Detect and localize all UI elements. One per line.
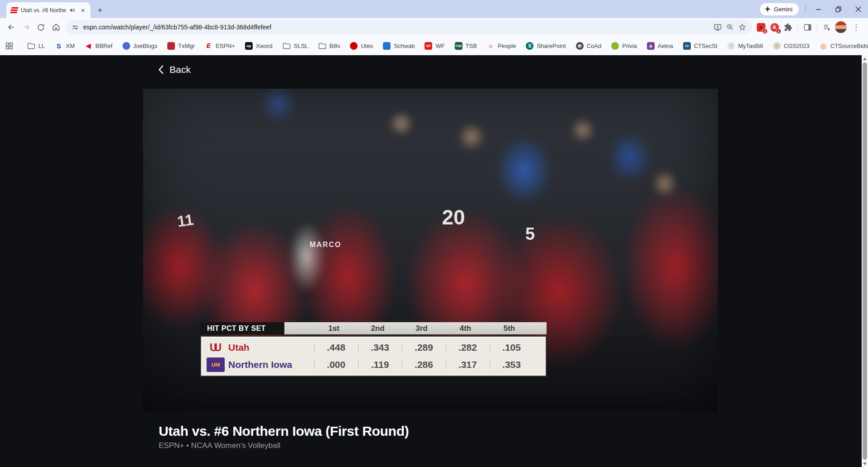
bookmark-label: CoAd xyxy=(587,43,602,49)
folder-icon xyxy=(318,43,326,49)
bookmark-xword[interactable]: wp Xword xyxy=(240,40,278,52)
address-bar[interactable]: espn.com/watch/player/_/id/63fcb755-af98… xyxy=(66,20,752,34)
bookmark-tsb[interactable]: TSB TSB xyxy=(450,40,482,52)
northern-iowa-logo: UNI xyxy=(207,357,225,372)
scrollbar[interactable] xyxy=(862,55,868,467)
chrome-menu-icon[interactable]: ⋮ xyxy=(849,23,863,32)
team-name: Utah xyxy=(228,342,314,353)
profile-avatar[interactable] xyxy=(835,21,847,33)
back-nav-button[interactable] xyxy=(4,20,19,35)
hit-pct-scoreboard: HIT PCT BY SET 1st 2nd 3rd 4th 5th UU Ut… xyxy=(200,322,547,376)
bookmark-bbref[interactable]: ◀ BBRef xyxy=(80,40,118,52)
bookmark-ctsecst[interactable]: Ct CTSecSt xyxy=(678,40,722,52)
forward-nav-button[interactable] xyxy=(19,20,33,35)
restore-button[interactable] xyxy=(828,0,848,18)
column-header: 2nd xyxy=(356,324,400,333)
espn-watch-page: Back 11 MARCO 20 5 HIT PCT BY SET 1st 2n… xyxy=(0,55,868,467)
new-tab-button[interactable]: + xyxy=(93,4,107,17)
people-favicon: ○ xyxy=(487,42,495,50)
gemini-label: Gemini xyxy=(774,6,793,13)
team-name: Northern Iowa xyxy=(228,359,314,370)
bookmark-label: XM xyxy=(66,43,75,49)
txmgr-favicon xyxy=(167,42,175,50)
reload-button[interactable] xyxy=(33,20,48,35)
bookmark-label: JoeBlogs xyxy=(133,43,157,49)
site-settings-icon[interactable] xyxy=(71,24,79,31)
chevron-left-icon xyxy=(158,65,165,75)
bookmark-utes[interactable]: Utes xyxy=(345,40,378,52)
media-controls-icon[interactable] xyxy=(821,22,832,33)
schwab-favicon xyxy=(383,42,391,50)
folder-icon xyxy=(27,43,35,49)
extension-avg-icon[interactable]: A 2 xyxy=(769,22,780,33)
bookmark-coad[interactable]: ⊕ CoAd xyxy=(571,40,607,52)
install-app-icon[interactable] xyxy=(713,23,722,32)
bookmark-mytaxbill[interactable]: ○ MyTaxBill xyxy=(722,40,768,52)
xword-favicon: wp xyxy=(245,42,253,50)
bookmark-label: CTSecSt xyxy=(694,43,717,49)
tab-audio-icon[interactable] xyxy=(69,7,76,14)
bookmark-label: CTSourceBids xyxy=(830,43,868,49)
gemini-button[interactable]: Gemini xyxy=(760,3,799,15)
utah-logo: UU xyxy=(207,340,225,355)
bookmark-ctsourcebids[interactable]: ◎ CTSourceBids xyxy=(815,40,868,52)
column-header: 4th xyxy=(443,324,487,333)
scroll-down-arrow[interactable] xyxy=(862,460,868,467)
bookmark-sharepoint[interactable]: S SharePoint xyxy=(521,40,571,52)
bookmark-aetna[interactable]: a Aetna xyxy=(642,40,678,52)
tsb-favicon: TSB xyxy=(455,42,462,50)
wf-favicon: WF xyxy=(425,42,432,50)
video-subtitle: ESPN+ • NCAA Women's Volleyball xyxy=(159,441,280,450)
scoreboard-title: HIT PCT BY SET xyxy=(200,322,284,334)
side-panel-icon[interactable] xyxy=(802,22,813,33)
back-button[interactable]: Back xyxy=(158,64,191,75)
bookmark-label: Xword xyxy=(256,43,273,49)
scroll-up-arrow[interactable] xyxy=(862,55,868,62)
close-window-button[interactable] xyxy=(848,0,868,18)
bookmark-cgs2023[interactable]: ○ CGS2023 xyxy=(768,40,815,52)
window-controls-divider xyxy=(805,5,806,13)
bbref-favicon: ◀ xyxy=(85,42,92,50)
browser-tab[interactable]: Utah vs. #6 Northern Iowa ( × xyxy=(6,2,90,18)
column-header: 3rd xyxy=(400,324,443,333)
bookmark-label: LL xyxy=(38,43,45,49)
gemini-star-icon xyxy=(764,6,771,12)
window-controls: Gemini xyxy=(760,0,868,18)
bookmark-privia[interactable]: Privia xyxy=(606,40,642,52)
hit-pct-value: .282 xyxy=(446,342,490,353)
bookmark-wf[interactable]: WF WF xyxy=(420,40,449,52)
scrollbar-thumb[interactable] xyxy=(863,62,867,460)
utes-favicon xyxy=(350,42,358,50)
bookmark-label: Schwab xyxy=(394,43,415,49)
extension-adobe-icon[interactable]: a 2 xyxy=(755,22,766,33)
bookmark-schwab[interactable]: Schwab xyxy=(378,40,420,52)
bookmark-ll[interactable]: LL xyxy=(22,41,50,51)
zoom-icon[interactable] xyxy=(726,23,734,31)
espn-favicon xyxy=(10,7,18,13)
tab-strip: Utah vs. #6 Northern Iowa ( × + Gemini xyxy=(0,0,868,18)
bookmark-txmgr[interactable]: TxMgr xyxy=(162,40,200,52)
video-player[interactable]: 11 MARCO 20 5 HIT PCT BY SET 1st 2nd 3rd… xyxy=(143,89,718,412)
bookmark-label: Utes xyxy=(361,43,373,49)
toolbar-divider xyxy=(797,23,798,31)
bookmark-joeblogs[interactable]: ● JoeBlogs xyxy=(118,40,162,52)
bookmark-slsl[interactable]: SLSL xyxy=(278,41,313,51)
bookmark-xm[interactable]: S XM xyxy=(50,40,80,52)
hit-pct-value: .448 xyxy=(314,342,358,353)
apps-grid-icon[interactable] xyxy=(5,42,13,50)
url-text[interactable]: espn.com/watch/player/_/id/63fcb755-af98… xyxy=(83,24,709,31)
minimize-button[interactable] xyxy=(808,0,828,18)
column-header: 5th xyxy=(487,324,531,333)
bookmark-people[interactable]: ○ People xyxy=(482,40,521,52)
bookmark-label: SharePoint xyxy=(537,43,566,49)
team-row-utah: UU Utah .448 .343 .289 .282 .105 xyxy=(203,339,544,356)
bookmark-label: SLSL xyxy=(294,43,308,49)
bookmark-star-icon[interactable] xyxy=(738,23,746,31)
tab-close-button[interactable]: × xyxy=(79,6,87,14)
bookmark-label: WF xyxy=(435,43,444,49)
team-row-northern-iowa: UNI Northern Iowa .000 .119 .286 .317 .3… xyxy=(203,356,544,373)
bookmark-espn-plus[interactable]: E ESPN+ xyxy=(200,40,240,52)
extensions-puzzle-icon[interactable] xyxy=(783,22,793,33)
bookmark-bills[interactable]: Bills xyxy=(313,41,345,51)
home-button[interactable] xyxy=(48,20,63,35)
